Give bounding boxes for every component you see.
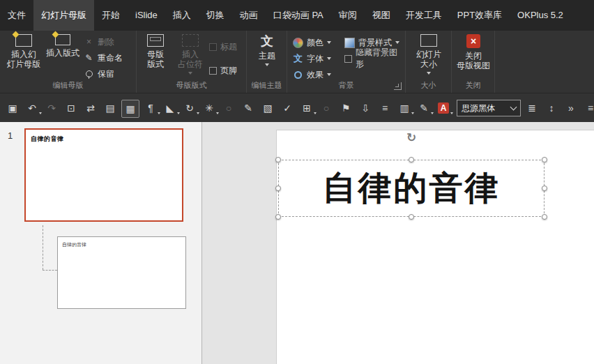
colors-button[interactable]: 颜色 [293,36,331,49]
checkbox-icon [209,43,217,51]
button-label: 关闭 母版视图 [457,51,490,70]
undo-icon[interactable]: ↶ [24,100,40,116]
ribbon: 插入幻 灯片母版 插入版式 × 删除 ✎ 重命名 保留 编辑母版 [0,31,594,93]
layout-icon [55,34,70,45]
tab-slide-master[interactable]: 幻灯片母版 [33,0,94,31]
pencil-icon[interactable]: ✎ [416,100,432,116]
bullet-list-icon[interactable]: ≣ [524,100,540,116]
checkmark-icon[interactable]: ✓ [279,100,296,116]
paragraph-icon[interactable]: ¶ [142,100,159,116]
indent-icon[interactable]: » [563,100,579,116]
effects-star-icon[interactable]: ✳ [201,100,218,116]
redo-icon: ↷ [43,100,60,116]
tab-developer[interactable]: 开发工具 [398,0,450,31]
chevron-down-icon [158,112,160,114]
ribbon-empty-area [495,31,594,93]
button-label: 字体 [307,53,323,65]
tab-view[interactable]: 视图 [365,0,398,31]
slide-size-icon [420,34,437,47]
tab-file[interactable]: 文件 [0,0,33,31]
themes-button[interactable]: 文 主题 [252,34,282,66]
button-label: 幻灯片 大小 [416,50,441,69]
tab-pocket-animation[interactable]: 口袋动画 PA [266,0,331,31]
fonts-button[interactable]: 文 字体 [293,52,331,65]
title-placeholder-textbox[interactable]: 自律的音律 [278,160,544,217]
theme-icon: 文 [261,34,273,48]
tab-transitions[interactable]: 切换 [199,0,232,31]
brush-icon[interactable]: ✎ [240,100,257,116]
master-slide-thumbnail[interactable]: 自律的音律 [24,128,183,222]
align-justify-icon[interactable]: ≡ [582,100,594,116]
table-icon[interactable]: ▥ [396,100,413,116]
insert-slide-master-button[interactable]: 插入幻 灯片母版 [4,34,43,69]
chevron-down-icon [427,72,431,75]
ribbon-group-close: × 关闭 母版视图 关闭 [452,31,495,93]
flag-icon[interactable]: ⚑ [337,100,354,116]
checkbox-label: 隐藏背景图形 [356,47,405,70]
grid-toggle-icon[interactable]: ▦ [121,100,139,118]
master-layout-button[interactable]: 母版 版式 [139,34,172,69]
chevron-down-icon [197,112,199,114]
chevron-down-icon [450,112,453,114]
shape-fill-icon[interactable]: ◣ [162,100,178,116]
tab-insert[interactable]: 插入 [165,0,199,31]
slide-size-button[interactable]: 幻灯片 大小 [410,34,448,75]
notebook-icon[interactable]: ▧ [259,100,276,116]
line-spacing-icon[interactable]: ↕ [543,100,560,116]
group-label-edit-theme: 编辑主题 [247,80,287,91]
thumbnail-title-text: 自律的音律 [62,241,86,248]
find-replace-icon[interactable]: ⇄ [82,100,99,116]
font-selector[interactable]: 思源黑体 [457,100,521,116]
layout-slide-thumbnail[interactable]: 自律的音律 [57,236,186,309]
checkbox-label: 页脚 [220,65,237,77]
copy-icon[interactable]: ⊞ [298,100,315,116]
chevron-down-icon [327,57,331,60]
effects-button[interactable]: 效果 [293,68,331,81]
tab-islide[interactable]: iSlide [128,0,165,31]
palette-icon [293,38,303,48]
save-icon[interactable]: ▣ [4,100,21,116]
slide-editor-area[interactable]: ↻ 自律的音律 [202,122,594,364]
close-master-view-button[interactable]: × 关闭 母版视图 [455,34,492,70]
content-area: 1 自律的音律 自律的音律 ↻ [0,122,594,364]
checkbox-icon [344,55,352,63]
slideshow-icon[interactable]: ⊡ [63,100,79,116]
rename-button[interactable]: ✎ 重命名 [84,52,123,64]
placeholder-icon [182,34,199,47]
group-label-close: 关闭 [452,80,494,91]
rename-icon: ✎ [84,53,94,63]
group-label-master-layout: 母版版式 [137,80,246,91]
tab-home[interactable]: 开始 [94,0,128,31]
tab-review[interactable]: 审阅 [331,0,365,31]
button-label: 删除 [98,36,114,48]
align-left-icon[interactable]: ≡ [376,100,393,116]
insert-layout-button[interactable]: 插入版式 [45,34,81,58]
button-label: 颜色 [307,37,323,49]
background-style-icon [344,38,355,48]
ribbon-group-edit-master: 插入幻 灯片母版 插入版式 × 删除 ✎ 重命名 保留 编辑母版 [0,31,137,93]
chevron-down-icon [327,73,331,76]
ribbon-group-background: 颜色 文 字体 效果 背景样式 隐藏背景图形 [287,31,406,93]
selection-pane-icon[interactable]: ▤ [102,100,119,116]
chevron-down-icon [327,41,331,44]
slide-thumbnail-panel[interactable]: 1 自律的音律 自律的音律 [0,122,202,364]
tab-ppt-library[interactable]: PPT效率库 [450,0,510,31]
tab-animations[interactable]: 动画 [232,0,266,31]
font-color-icon[interactable]: A [435,100,452,116]
tab-okplus[interactable]: OKPlus 5.2 [510,0,571,31]
rotate-icon[interactable]: ↻ [181,100,198,116]
chevron-down-icon [188,72,192,75]
rotate-handle-icon[interactable]: ↻ [405,131,418,144]
layout-connector-line [43,270,57,271]
move-down-icon[interactable]: ⇩ [357,100,374,116]
checkbox-icon [209,67,217,75]
slide-title-text: 自律的音律 [279,160,544,216]
slide-master-icon [15,34,32,47]
effects-icon [293,71,303,79]
checkbox-label: 标题 [220,41,237,53]
hide-background-graphics-checkbox[interactable]: 隐藏背景图形 [344,52,405,65]
footer-checkbox[interactable]: 页脚 [209,64,237,77]
button-label: 重命名 [98,52,123,64]
preserve-button[interactable]: 保留 [84,68,114,80]
slide-canvas[interactable]: ↻ 自律的音律 [276,130,594,364]
